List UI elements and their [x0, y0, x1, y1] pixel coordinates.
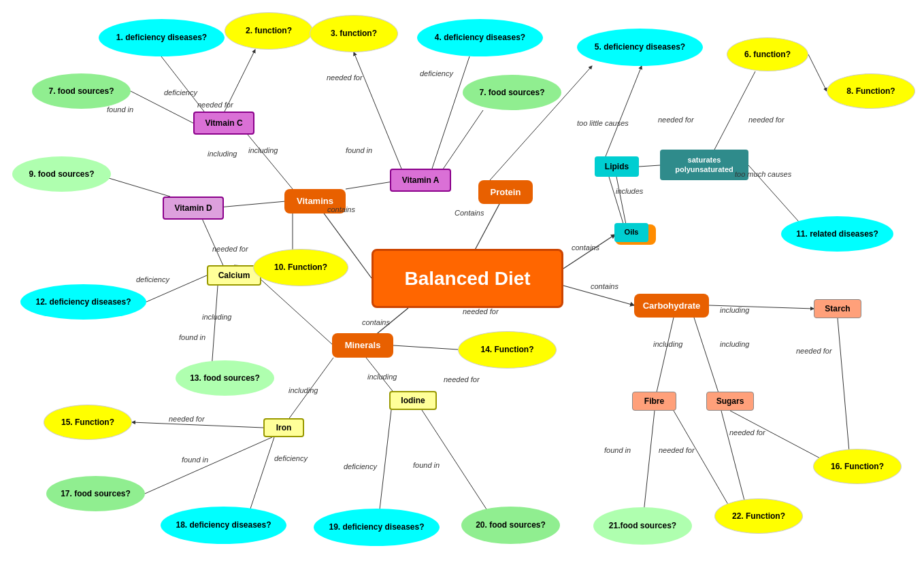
node-fibre[interactable]: Fibre	[632, 392, 676, 411]
node-label-n14: 14. Function?	[481, 345, 534, 354]
node-label-sugars: Sugars	[716, 396, 744, 406]
node-starch[interactable]: Starch	[814, 299, 861, 318]
node-label-n13: 13. food sources?	[190, 373, 260, 383]
node-label-main: Balanced Diet	[404, 267, 530, 290]
node-label-n11: 11. related diseases?	[796, 229, 878, 239]
edge-label-21: found in	[413, 461, 440, 469]
node-iron[interactable]: Iron	[263, 418, 304, 437]
node-n18[interactable]: 18. deficiency diseases?	[161, 507, 286, 544]
svg-line-30	[616, 177, 626, 224]
node-n17[interactable]: 17. food sources?	[46, 476, 145, 511]
node-label-starch: Starch	[825, 304, 850, 313]
node-n13[interactable]: 13. food sources?	[176, 360, 274, 396]
edge-label-23: deficiency	[420, 69, 453, 78]
svg-line-41	[674, 411, 735, 516]
edge-label-31: including	[653, 340, 682, 348]
edge-label-12: deficiency	[136, 275, 169, 284]
edge-label-36: needed for	[729, 428, 765, 437]
node-n1[interactable]: 1. deficiency diseases?	[99, 19, 225, 56]
node-label-n8: 8. Function?	[846, 86, 895, 96]
node-n22[interactable]: 22. Function?	[714, 498, 803, 534]
node-n12[interactable]: 12. deficiency diseases?	[20, 284, 146, 320]
node-n5[interactable]: 5. deficiency diseases?	[577, 29, 703, 66]
edge-label-32: including	[720, 340, 749, 348]
svg-line-25	[132, 422, 263, 428]
edge-label-20: deficiency	[344, 462, 377, 471]
node-sugars[interactable]: Sugars	[706, 392, 754, 411]
edge-label-27: too little causes	[577, 119, 629, 127]
node-oils[interactable]: Oils	[614, 223, 648, 242]
edge-label-7: found in	[107, 105, 133, 114]
svg-line-26	[145, 437, 272, 494]
node-n4[interactable]: 4. deficiency diseases?	[417, 19, 543, 56]
node-label-n12: 12. deficiency diseases?	[35, 297, 131, 307]
svg-line-36	[808, 54, 827, 91]
node-vitaminD[interactable]: Vitamin D	[163, 197, 224, 220]
node-label-n18: 18. deficiency diseases?	[176, 520, 271, 530]
node-label-minerals: Minerals	[345, 340, 381, 351]
node-label-oils: Oils	[625, 228, 639, 237]
svg-line-2	[563, 235, 615, 269]
node-n20[interactable]: 20. food sources?	[461, 507, 560, 544]
edge-label-28: too much causes	[735, 170, 791, 178]
node-n15[interactable]: 15. Function?	[44, 405, 132, 440]
node-label-n21: 21.food sources?	[609, 521, 676, 530]
node-n3[interactable]: 3. function?	[310, 15, 398, 52]
edge-label-35: needed for	[659, 446, 695, 454]
node-n14[interactable]: 14. Function?	[458, 331, 557, 369]
edge-label-2: contains	[572, 243, 599, 252]
node-minerals[interactable]: Minerals	[332, 333, 393, 358]
node-label-n1: 1. deficiency diseases?	[116, 33, 207, 42]
edge-label-8: including	[208, 150, 237, 158]
node-n19[interactable]: 19. deficiency diseases?	[314, 509, 440, 546]
node-n6[interactable]: 6. function?	[727, 37, 808, 71]
node-label-calcium: Calcium	[218, 271, 250, 280]
edge-label-0: contains	[327, 205, 355, 214]
node-n16[interactable]: 16. Function?	[813, 449, 902, 484]
node-label-n5: 5. deficiency diseases?	[595, 42, 685, 52]
node-label-n19: 19. deficiency diseases?	[329, 522, 424, 532]
svg-line-24	[393, 345, 458, 349]
edge-label-24: needed for	[327, 73, 363, 82]
node-vitaminA[interactable]: Vitamin A	[390, 169, 451, 192]
node-label-n20: 20. food sources?	[476, 520, 546, 530]
node-vitaminC[interactable]: Vitmain C	[193, 112, 254, 135]
edge-label-13: found in	[179, 333, 205, 341]
node-lipids[interactable]: Lipids	[595, 156, 639, 177]
edge-label-29: includes	[616, 187, 643, 195]
node-label-n7a: 7. food sources?	[48, 86, 114, 96]
node-label-n7b: 7. food sources?	[479, 88, 544, 97]
node-label-n4: 4. deficiency diseases?	[435, 33, 525, 42]
svg-line-32	[606, 66, 642, 156]
node-label-carbohydrate: Carbohydrate	[643, 301, 701, 311]
node-label-lipids: Lipids	[605, 162, 629, 171]
svg-line-44	[838, 318, 851, 467]
node-protein[interactable]: Protein	[478, 180, 533, 204]
edge-label-22: found in	[346, 146, 372, 154]
node-n7b[interactable]: 7. food sources?	[463, 75, 561, 110]
node-n11[interactable]: 11. related diseases?	[781, 216, 893, 252]
edge-label-33: needed for	[796, 347, 832, 355]
node-main[interactable]: Balanced Diet	[372, 249, 563, 308]
edge-label-3: contains	[362, 318, 390, 326]
node-iodine[interactable]: Iodine	[389, 391, 437, 410]
svg-line-35	[714, 71, 755, 150]
node-carbohydrate[interactable]: Carbohydrate	[634, 294, 709, 318]
node-n7a[interactable]: 7. food sources?	[32, 73, 131, 109]
node-label-vitaminA: Vitamin A	[402, 175, 440, 185]
node-label-n16: 16. Function?	[831, 462, 884, 471]
edge-label-19: needed for	[169, 415, 205, 423]
node-n8[interactable]: 8. Function?	[827, 73, 915, 109]
svg-line-21	[259, 277, 333, 345]
node-label-n17: 17. food sources?	[61, 489, 131, 498]
node-n10[interactable]: 10. Function?	[253, 249, 348, 286]
node-n2[interactable]: 2. function?	[225, 12, 313, 50]
node-label-n10: 10. Function?	[274, 262, 327, 272]
edge-label-30: including	[720, 306, 749, 314]
edge-label-11: needed for	[212, 245, 248, 253]
node-n21[interactable]: 21.food sources?	[593, 507, 692, 545]
node-n9[interactable]: 9. food sources?	[12, 156, 111, 192]
node-label-iron: Iron	[276, 423, 292, 432]
node-label-vitaminD: Vitamin D	[174, 203, 212, 213]
edge-label-17: deficiency	[274, 454, 308, 462]
